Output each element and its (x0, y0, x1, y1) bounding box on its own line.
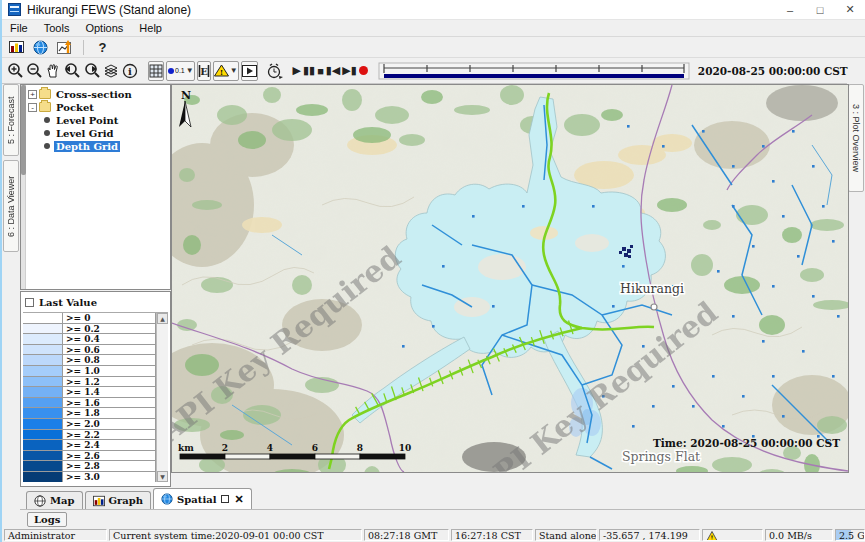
expand-icon[interactable]: + (28, 90, 37, 99)
info-icon[interactable]: i (122, 61, 138, 81)
zoom-next-icon[interactable] (83, 61, 101, 81)
scroll-down-icon[interactable]: ▼ (157, 471, 168, 482)
legend-row[interactable]: >= 0.4 (23, 334, 156, 345)
time-slider[interactable] (378, 61, 690, 81)
close-tab-icon[interactable]: ✕ (235, 493, 244, 506)
legend-row[interactable]: >= 2.8 (23, 461, 156, 472)
maximize-button[interactable]: □ (805, 0, 835, 19)
legend-row[interactable]: >= 0.6 (23, 345, 156, 356)
legend-row[interactable]: >= 0 (23, 313, 156, 324)
legend-scrollbar[interactable]: ▲ ▼ (156, 313, 168, 482)
tree-node-label: Cross-section (54, 89, 134, 100)
current-time-label: 2020-08-25 00:00:00 CST (698, 65, 848, 77)
legend-label: >= 2.6 (63, 451, 156, 461)
tab-data-viewer[interactable]: 6 : Data Viewer (3, 160, 19, 252)
legend-label: >= 2.4 (63, 440, 156, 450)
legend-row[interactable]: >= 1.0 (23, 366, 156, 377)
database-chart-icon[interactable] (8, 39, 25, 55)
layers-icon[interactable] (103, 61, 120, 81)
tree-node-level-grid[interactable]: Level Grid (42, 127, 168, 139)
tab-label: Graph (109, 495, 144, 506)
zoom-out-icon[interactable] (26, 61, 43, 81)
legend-label: >= 1.6 (63, 398, 156, 408)
legend-row[interactable]: >= 0.2 (23, 324, 156, 335)
menu-options[interactable]: Options (77, 22, 131, 34)
legend-row[interactable]: >= 2.4 (23, 440, 156, 451)
pan-hand-icon[interactable] (45, 61, 61, 81)
collapse-icon[interactable]: - (28, 103, 37, 112)
play-button[interactable]: ▶ (293, 64, 301, 77)
thresholds-dropdown[interactable]: !▼ (213, 61, 239, 81)
last-value-checkbox[interactable] (25, 298, 34, 307)
zoom-previous-icon[interactable] (63, 61, 81, 81)
stop-button[interactable]: ■ (317, 65, 324, 77)
legend-swatch (23, 324, 63, 334)
bullet-icon (44, 143, 50, 149)
bullet-icon (44, 130, 50, 136)
legend-swatch (23, 345, 63, 355)
status-bar: Administrator Current system time:2020-0… (2, 528, 865, 542)
tab-spatial[interactable]: Spatial ✕ (153, 488, 252, 509)
legend-row[interactable]: >= 3.0 (23, 472, 156, 482)
tab-plot-overview[interactable]: 3 : Plot Overview (848, 84, 864, 192)
legend-row[interactable]: >= 2.6 (23, 451, 156, 462)
step-back-button[interactable]: ▮◀ (326, 64, 341, 77)
tab-map[interactable]: Map (26, 491, 83, 509)
legend-row[interactable]: >= 1.2 (23, 377, 156, 388)
undock-icon[interactable] (221, 495, 229, 503)
record-button[interactable] (359, 61, 368, 81)
globe-icon[interactable] (32, 39, 49, 55)
animation-speed-icon[interactable] (266, 61, 283, 81)
menu-file[interactable]: File (2, 22, 36, 34)
status-coordinates: -35.657 , 174.199 (599, 529, 700, 541)
tree-node-pocket[interactable]: - Pocket (28, 101, 168, 113)
legend-row[interactable]: >= 1.4 (23, 387, 156, 398)
left-tab-strip: 5 : Forecast 6 : Data Viewer (2, 84, 20, 487)
close-button[interactable]: ✕ (835, 0, 865, 19)
tab-forecast[interactable]: 5 : Forecast (3, 84, 19, 156)
place-label-hikurangi: Hikurangi (620, 281, 684, 296)
svg-text:N: N (181, 89, 191, 102)
menu-help[interactable]: Help (131, 22, 170, 34)
tab-label: Map (50, 495, 75, 506)
menu-tools[interactable]: Tools (36, 22, 78, 34)
right-tab-strip: 3 : Plot Overview (847, 84, 865, 487)
zoom-in-icon[interactable] (7, 61, 24, 81)
tab-graph[interactable]: Graph (85, 491, 152, 509)
legend-row[interactable]: >= 0.8 (23, 355, 156, 366)
legend-row[interactable]: >= 2.2 (23, 430, 156, 441)
status-local-time: 16:27:18 CST (451, 529, 533, 541)
point-size-dropdown[interactable]: 0.1▼ (166, 61, 195, 81)
legend-swatch (23, 355, 63, 365)
pause-button[interactable]: ▮▮ (303, 64, 315, 77)
point-size-value: 0.1 (175, 67, 185, 74)
status-system-time: Current system time:2020-09-01 00:00 CST (109, 529, 362, 541)
logs-button[interactable]: Logs (27, 512, 67, 527)
legend-swatch (23, 440, 63, 450)
animation-panel-button[interactable] (241, 61, 258, 81)
tree-node-cross-section[interactable]: + Cross-section (28, 88, 168, 100)
step-forward-button[interactable]: ▶▮ (342, 64, 357, 77)
legend-row[interactable]: >= 2.0 (23, 419, 156, 430)
minimize-button[interactable]: – (775, 0, 805, 19)
svg-text:2: 2 (222, 443, 228, 453)
tree-node-depth-grid[interactable]: Depth Grid (42, 140, 168, 152)
map-view[interactable]: API Key Required API Key Required Hikura… (171, 84, 849, 473)
legend-swatch (23, 313, 63, 323)
tree-node-level-point[interactable]: Level Point (42, 114, 168, 126)
legend-label: >= 2.8 (63, 461, 156, 471)
legend-row[interactable]: >= 1.8 (23, 408, 156, 419)
legend-row[interactable]: >= 1.6 (23, 398, 156, 409)
scroll-up-icon[interactable]: ▲ (157, 313, 168, 324)
status-alerts[interactable]: ! (702, 529, 763, 541)
labels-button[interactable]: E (197, 61, 211, 81)
tree-node-label: Level Grid (54, 128, 115, 139)
help-button[interactable]: ? (94, 39, 111, 55)
spatial-display-icon[interactable] (56, 39, 73, 55)
grid-display-button[interactable] (148, 61, 164, 81)
tree-scrollbar[interactable] (21, 85, 26, 289)
place-label-springs-flat: Springs Flat (622, 449, 700, 464)
last-value-option[interactable]: Last Value (25, 295, 168, 310)
svg-text:8: 8 (357, 443, 363, 453)
last-value-label: Last Value (39, 297, 97, 308)
